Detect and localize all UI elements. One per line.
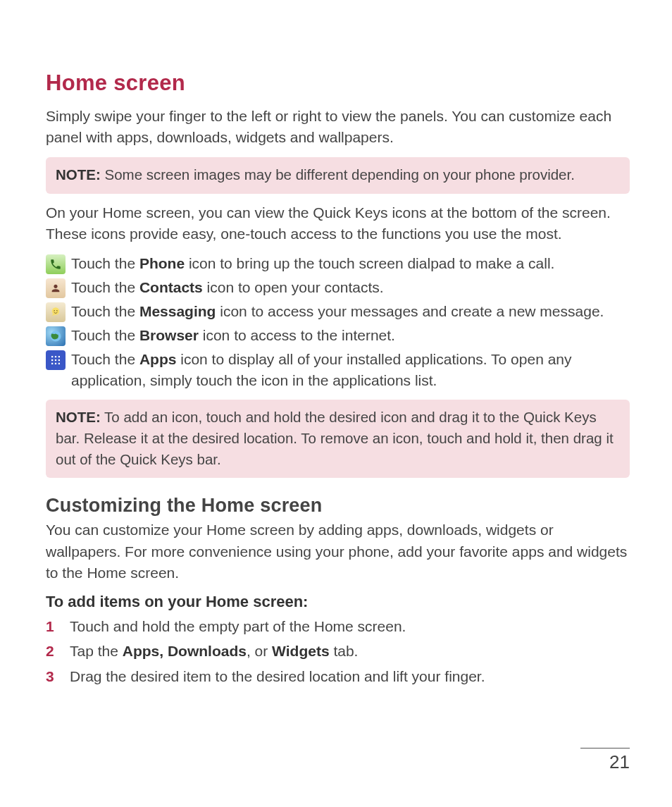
svg-rect-4 <box>51 356 53 357</box>
step-text: Drag the desired item to the desired loc… <box>70 668 485 684</box>
list-item: 2 Tap the Apps, Downloads, or Widgets ta… <box>46 640 630 663</box>
list-item: Touch the Browser icon to access to the … <box>46 325 630 346</box>
quick-key-icon-list: Touch the Phone icon to bring up the tou… <box>46 253 630 391</box>
svg-rect-8 <box>55 359 56 361</box>
list-item: Touch the Contacts icon to open your con… <box>46 277 630 298</box>
icon-description: Touch the Browser icon to access to the … <box>71 325 395 346</box>
page-title: Home screen <box>46 70 630 96</box>
phone-icon <box>46 254 66 274</box>
svg-rect-9 <box>58 359 60 361</box>
section-heading: Customizing the Home screen <box>46 495 630 517</box>
svg-rect-12 <box>58 363 60 364</box>
note-text: Some screen images may be different depe… <box>101 166 575 183</box>
page-number: 21 <box>580 751 630 773</box>
note-box-1: NOTE: Some screen images may be differen… <box>46 157 630 194</box>
svg-rect-5 <box>55 356 56 357</box>
quickkeys-intro: On your Home screen, you can view the Qu… <box>46 202 630 245</box>
icon-description: Touch the Contacts icon to open your con… <box>71 277 384 298</box>
step-number: 3 <box>46 665 54 688</box>
apps-icon <box>46 350 66 370</box>
messaging-icon <box>46 302 66 322</box>
step-number: 1 <box>46 615 54 638</box>
contacts-icon <box>46 278 66 298</box>
subsection-heading: To add items on your Home screen: <box>46 593 630 611</box>
note-box-2: NOTE: To add an icon, touch and hold the… <box>46 400 630 478</box>
svg-point-1 <box>54 310 55 312</box>
svg-rect-7 <box>51 359 53 361</box>
svg-point-2 <box>56 310 58 312</box>
icon-description: Touch the Apps icon to display all of yo… <box>71 349 630 391</box>
note-label: NOTE: <box>56 409 101 425</box>
icon-description: Touch the Phone icon to bring up the tou… <box>71 253 554 274</box>
manual-page: Home screen Simply swipe your finger to … <box>0 0 672 807</box>
steps-list: 1 Touch and hold the empty part of the H… <box>46 615 630 688</box>
step-text: Touch and hold the empty part of the Hom… <box>70 618 406 634</box>
svg-point-0 <box>52 308 60 316</box>
footer-rule <box>580 748 630 749</box>
list-item: Touch the Phone icon to bring up the tou… <box>46 253 630 274</box>
page-footer: 21 <box>580 748 630 773</box>
list-item: 3 Drag the desired item to the desired l… <box>46 665 630 688</box>
note-label: NOTE: <box>56 166 101 183</box>
intro-paragraph: Simply swipe your finger to the left or … <box>46 106 630 149</box>
step-text: Tap the Apps, Downloads, or Widgets tab. <box>70 643 358 659</box>
note-text: To add an icon, touch and hold the desir… <box>56 409 614 467</box>
browser-icon <box>46 326 66 346</box>
svg-rect-11 <box>55 363 56 364</box>
section-body: You can customize your Home screen by ad… <box>46 519 630 584</box>
list-item: 1 Touch and hold the empty part of the H… <box>46 615 630 638</box>
icon-description: Touch the Messaging icon to access your … <box>71 301 604 322</box>
svg-rect-6 <box>58 356 60 357</box>
svg-rect-10 <box>51 363 53 364</box>
list-item: Touch the Messaging icon to access your … <box>46 301 630 322</box>
step-number: 2 <box>46 640 54 663</box>
list-item: Touch the Apps icon to display all of yo… <box>46 349 630 391</box>
